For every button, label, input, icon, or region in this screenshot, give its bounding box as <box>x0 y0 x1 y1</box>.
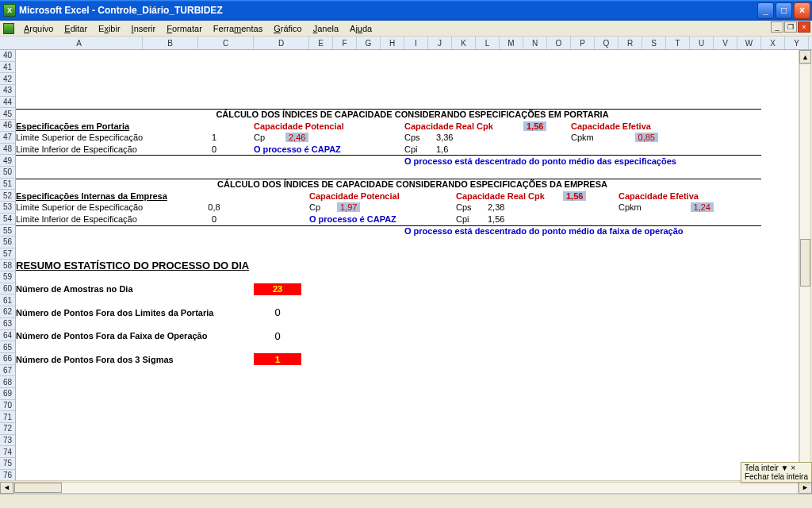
row-header-59[interactable]: 59 <box>0 271 15 283</box>
lse-label2[interactable]: Limite Superior de Especificação <box>16 202 190 214</box>
col-header-P[interactable]: P <box>571 37 595 49</box>
col-header-Q[interactable]: Q <box>595 37 619 49</box>
col-header-V[interactable]: V <box>714 37 737 49</box>
cp-val[interactable]: 2,46 <box>285 132 325 144</box>
cap-efetiva-label[interactable]: Capacidade Efetiva <box>571 120 730 132</box>
fullscreen-toolbar[interactable]: Tela inteir ▼ × Fechar tela inteira <box>741 462 812 483</box>
row-header-72[interactable]: 72 <box>0 423 15 435</box>
cpkm-label2[interactable]: Cpkm <box>619 202 658 214</box>
col-header-G[interactable]: G <box>357 37 381 49</box>
row-header-48[interactable]: 48 <box>0 144 15 156</box>
col-header-S[interactable]: S <box>642 37 666 49</box>
menu-ferramentas[interactable]: Ferramentas <box>209 22 267 35</box>
heading-portaria[interactable]: CÁLCULO DOS ÍNDICES DE CAPACIDADE CONSID… <box>174 109 650 121</box>
row-header-75[interactable]: 75 <box>0 458 15 470</box>
lie-val2[interactable]: 0 <box>198 214 230 225</box>
col-header-R[interactable]: R <box>619 37 642 49</box>
col-header-M[interactable]: M <box>500 37 523 49</box>
col-header-C[interactable]: C <box>198 37 254 49</box>
close-fullscreen-button[interactable]: Fechar tela inteira <box>745 472 808 481</box>
row-header-49[interactable]: 49 <box>0 155 15 167</box>
col-header-I[interactable]: I <box>404 37 428 49</box>
cpi-val2[interactable]: 1,56 <box>488 214 519 225</box>
cap-real-val[interactable]: 1,56 <box>523 120 555 132</box>
row-header-66[interactable]: 66 <box>0 353 15 365</box>
heading-empresa[interactable]: CÁLCULO DOS ÍNDICES DE CAPACIDADE CONSID… <box>174 179 650 190</box>
descentrado-empresa[interactable]: O processo está descentrado do ponto méd… <box>404 225 799 237</box>
row-header-55[interactable]: 55 <box>0 225 15 237</box>
menu-arquivo[interactable]: Arquivo <box>19 22 58 35</box>
cps-label2[interactable]: Cps <box>456 202 484 214</box>
menu-editar[interactable]: Editar <box>59 22 92 35</box>
row-header-52[interactable]: 52 <box>0 190 15 202</box>
lse-val[interactable]: 1 <box>198 132 230 144</box>
vertical-scrollbar[interactable]: ▲ ▼ <box>799 50 812 480</box>
workbook-icon[interactable] <box>3 23 14 34</box>
col-header-L[interactable]: L <box>476 37 500 49</box>
lie-val[interactable]: 0 <box>198 144 230 156</box>
row-header-68[interactable]: 68 <box>0 376 15 388</box>
col-header-F[interactable]: F <box>333 37 357 49</box>
row-header-47[interactable]: 47 <box>0 132 15 144</box>
col-header-Y[interactable]: Y <box>785 37 809 49</box>
cell-grid[interactable]: CÁLCULO DOS ÍNDICES DE CAPACIDADE CONSID… <box>16 50 799 480</box>
resumo-title[interactable]: RESUMO ESTATÍSTICO DO PROCESSO DO DIA <box>16 260 412 272</box>
vscroll-thumb[interactable] <box>800 239 810 287</box>
row-header-44[interactable]: 44 <box>0 97 15 109</box>
lie-label2[interactable]: Limite Inferior de Especificação <box>16 214 190 225</box>
row-header-56[interactable]: 56 <box>0 237 15 248</box>
col-header-U[interactable]: U <box>690 37 714 49</box>
amostras-val[interactable]: 23 <box>254 283 301 295</box>
menu-janela[interactable]: Janela <box>308 22 343 35</box>
processo-capaz[interactable]: O processo é CAPAZ <box>254 144 412 156</box>
row-header-42[interactable]: 42 <box>0 73 15 85</box>
cpkm-label[interactable]: Cpkm <box>571 132 611 144</box>
worksheet-area[interactable]: ABCDEFGHIJKLMNOPQRSTUVWXY 40414243444546… <box>0 37 812 494</box>
col-header-H[interactable]: H <box>381 37 404 49</box>
row-header-61[interactable]: 61 <box>0 294 15 306</box>
row-header-53[interactable]: 53 <box>0 202 15 214</box>
faixa-val[interactable]: 0 <box>254 330 301 342</box>
col-header-N[interactable]: N <box>523 37 547 49</box>
row-header-60[interactable]: 60 <box>0 283 15 295</box>
close-button[interactable]: × <box>794 2 810 19</box>
horizontal-scrollbar[interactable]: ◄ ► <box>0 480 812 494</box>
cpkm-val[interactable]: 0,85 <box>611 132 658 144</box>
cps-val2[interactable]: 2,38 <box>488 202 519 214</box>
row-header-74[interactable]: 74 <box>0 446 15 458</box>
menu-ajuda[interactable]: Ajuda <box>345 22 377 35</box>
col-header-O[interactable]: O <box>547 37 571 49</box>
row-header-46[interactable]: 46 <box>0 120 15 132</box>
menu-inserir[interactable]: Inserir <box>127 22 161 35</box>
cap-potencial-label[interactable]: Capacidade Potencial <box>254 120 396 132</box>
maximize-button[interactable]: □ <box>776 2 792 19</box>
row-header-65[interactable]: 65 <box>0 341 15 353</box>
cps-val[interactable]: 3,36 <box>436 132 468 144</box>
row-header-50[interactable]: 50 <box>0 167 15 179</box>
row-header-70[interactable]: 70 <box>0 400 15 412</box>
hscroll-thumb[interactable] <box>14 483 62 493</box>
cp-label[interactable]: Cp <box>254 132 278 144</box>
row-header-62[interactable]: 62 <box>0 306 15 318</box>
cpi-label[interactable]: Cpi <box>404 144 432 156</box>
col-header-W[interactable]: W <box>737 37 761 49</box>
scroll-up[interactable]: ▲ <box>799 50 811 64</box>
col-header-X[interactable]: X <box>761 37 785 49</box>
cp-label2[interactable]: Cp <box>309 202 333 214</box>
menu-grafico[interactable]: Gráfico <box>269 22 306 35</box>
row-header-69[interactable]: 69 <box>0 388 15 400</box>
cap-efetiva-label2[interactable]: Capacidade Efetiva <box>619 190 777 202</box>
row-header-54[interactable]: 54 <box>0 214 15 225</box>
row-header-71[interactable]: 71 <box>0 411 15 423</box>
scroll-right[interactable]: ► <box>799 482 812 494</box>
row-header-57[interactable]: 57 <box>0 248 15 260</box>
sigmas-label[interactable]: Número de Pontos Fora dos 3 Sigmas <box>16 353 254 365</box>
menu-exibir[interactable]: Exibir <box>94 22 125 35</box>
row-header-41[interactable]: 41 <box>0 62 15 74</box>
mdi-minimize[interactable]: _ <box>771 21 783 33</box>
lse-val2[interactable]: 0,8 <box>198 202 230 214</box>
portaria-val[interactable]: 0 <box>254 306 301 318</box>
cp-val2[interactable]: 1,97 <box>337 202 377 214</box>
descentrado-portaria[interactable]: O processo está descentrado do ponto méd… <box>404 155 799 167</box>
scroll-left[interactable]: ◄ <box>0 482 13 494</box>
